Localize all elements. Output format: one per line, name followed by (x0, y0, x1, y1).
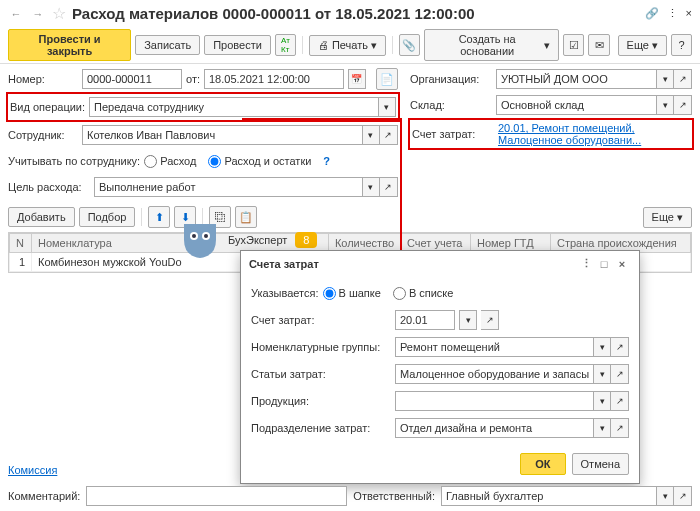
wh-open[interactable]: ↗ (674, 95, 692, 115)
from-lbl: от: (186, 73, 200, 85)
close-icon[interactable]: × (686, 7, 692, 20)
popup-kebab[interactable]: ⋮ (577, 257, 595, 270)
post-close-btn[interactable]: Провести и закрыть (8, 29, 131, 61)
attach-icon[interactable]: 📎 (399, 34, 420, 56)
table-more-btn[interactable]: Еще ▾ (643, 207, 692, 228)
org-lbl: Организация: (410, 73, 492, 85)
help-icon[interactable]: ? (671, 34, 692, 56)
back-btn[interactable]: ← (8, 6, 24, 22)
org-dd[interactable]: ▾ (656, 69, 674, 89)
fwd-btn[interactable]: → (30, 6, 46, 22)
radio-expense[interactable]: Расход (144, 155, 196, 168)
wh-input[interactable] (496, 95, 656, 115)
purpose-lbl: Цель расхода: (8, 181, 90, 193)
pick-btn[interactable]: Подбор (79, 207, 136, 227)
create-based-btn[interactable]: Создать на основании ▾ (424, 29, 559, 61)
p-acc-input[interactable] (395, 310, 455, 330)
p-prod-lbl: Продукция: (251, 395, 391, 407)
popup-close[interactable]: × (613, 258, 631, 270)
employee-open[interactable]: ↗ (380, 125, 398, 145)
optype-dd[interactable]: ▾ (378, 97, 396, 117)
p-costitem-input[interactable] (395, 364, 593, 384)
optype-input[interactable] (89, 97, 378, 117)
p-nomgrp-lbl: Номенклатурные группы: (251, 341, 391, 353)
resp-input[interactable] (441, 486, 656, 506)
resp-lbl: Ответственный: (353, 490, 435, 502)
radio-expense-rem[interactable]: Расход и остатки (208, 155, 311, 168)
purpose-dd[interactable]: ▾ (362, 177, 380, 197)
cost-accounts-popup: Счета затрат ⋮ □ × Указывается: В шапке … (240, 250, 640, 484)
print-btn[interactable]: 🖨 Печать ▾ (309, 35, 386, 56)
radio-in-list[interactable]: В списке (393, 287, 454, 300)
employee-lbl: Сотрудник: (8, 129, 78, 141)
p-costitem-lbl: Статьи затрат: (251, 368, 391, 380)
post-btn[interactable]: Провести (204, 35, 271, 55)
p-dept-lbl: Подразделение затрат: (251, 422, 391, 434)
paste-btn[interactable]: 📋 (235, 206, 257, 228)
col-n: N (10, 234, 32, 253)
purpose-input[interactable] (94, 177, 362, 197)
popup-max[interactable]: □ (595, 258, 613, 270)
purpose-open[interactable]: ↗ (380, 177, 398, 197)
add-btn[interactable]: Добавить (8, 207, 75, 227)
up-btn[interactable]: ⬆ (148, 206, 170, 228)
wh-dd[interactable]: ▾ (656, 95, 674, 115)
p-acc-dd[interactable]: ▾ (459, 310, 477, 330)
star-icon[interactable]: ☆ (52, 4, 66, 23)
popup-title: Счета затрат (249, 258, 319, 270)
org-open[interactable]: ↗ (674, 69, 692, 89)
costacc-lbl: Счет затрат: (412, 128, 494, 140)
wh-lbl: Склад: (410, 99, 492, 111)
dtkt-icon[interactable]: АтКт (275, 34, 296, 56)
checklist-icon[interactable]: ☑ (563, 34, 584, 56)
date-input[interactable] (204, 69, 344, 89)
more-btn[interactable]: Еще ▾ (618, 35, 667, 56)
number-lbl: Номер: (8, 73, 78, 85)
commission-link[interactable]: Комиссия (8, 464, 57, 476)
save-btn[interactable]: Записать (135, 35, 200, 55)
calendar-icon[interactable]: 📅 (348, 69, 366, 89)
p-acc-open[interactable]: ↗ (481, 310, 499, 330)
accountby-lbl: Учитывать по сотруднику: (8, 155, 140, 167)
p-prod-input[interactable] (395, 391, 593, 411)
p-dept-input[interactable] (395, 418, 593, 438)
employee-dd[interactable]: ▾ (362, 125, 380, 145)
comment-lbl: Комментарий: (8, 490, 80, 502)
costacc-link[interactable]: 20.01, Ремонт помещений, Малоценное обор… (498, 122, 690, 146)
copy-btn[interactable]: ⿻ (209, 206, 231, 228)
help-q[interactable]: ? (323, 155, 330, 167)
radio-in-header[interactable]: В шапке (323, 287, 381, 300)
doc-status-icon[interactable]: 📄 (376, 68, 398, 90)
comment-input[interactable] (86, 486, 347, 506)
p-nomgrp-input[interactable] (395, 337, 593, 357)
link-icon[interactable]: 🔗 (645, 7, 659, 20)
optype-lbl: Вид операции: (10, 101, 85, 113)
employee-input[interactable] (82, 125, 362, 145)
org-input[interactable] (496, 69, 656, 89)
page-title: Расход материалов 0000-000011 от 18.05.2… (72, 5, 639, 22)
down-btn[interactable]: ⬇ (174, 206, 196, 228)
kebab-icon[interactable]: ⋮ (667, 7, 678, 20)
mail-icon[interactable]: ✉ (588, 34, 609, 56)
p-acc-lbl: Счет затрат: (251, 314, 391, 326)
spec-lbl: Указывается: (251, 287, 319, 299)
number-input[interactable] (82, 69, 182, 89)
